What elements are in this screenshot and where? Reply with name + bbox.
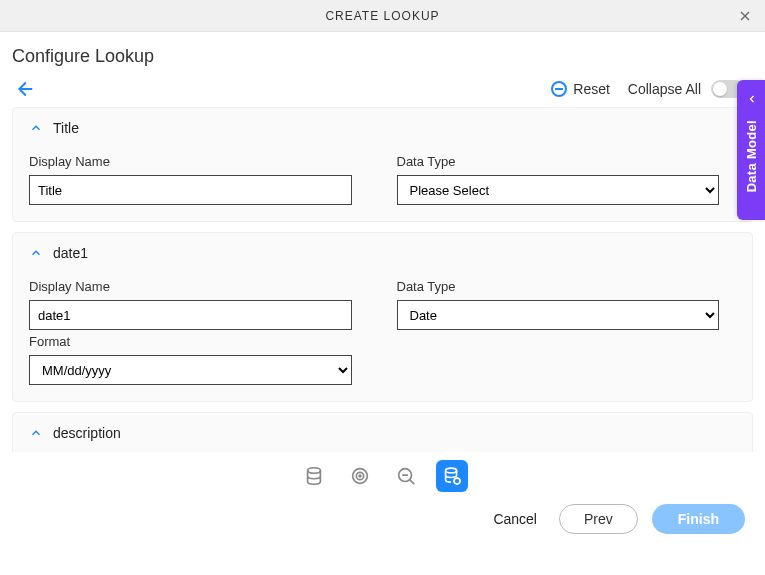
dialog-topbar: CREATE LOOKUP bbox=[0, 0, 765, 32]
panel-description: description Display Name Data Type bbox=[12, 412, 753, 452]
wizard-step-bar bbox=[0, 456, 765, 496]
panel-title-label: Title bbox=[53, 120, 79, 136]
chevron-up-icon[interactable] bbox=[29, 121, 43, 135]
data-type-select[interactable]: Please Select bbox=[397, 175, 720, 205]
close-icon[interactable] bbox=[735, 6, 755, 26]
svg-point-0 bbox=[307, 468, 320, 474]
data-model-side-tab[interactable]: Data Model bbox=[737, 80, 765, 220]
cancel-button[interactable]: Cancel bbox=[485, 505, 545, 533]
reset-label: Reset bbox=[573, 81, 610, 97]
svg-point-6 bbox=[454, 478, 460, 484]
page-title: Configure Lookup bbox=[12, 46, 753, 67]
back-button[interactable] bbox=[12, 77, 36, 101]
chevron-up-icon[interactable] bbox=[29, 246, 43, 260]
step-datasource-icon[interactable] bbox=[298, 460, 330, 492]
svg-point-3 bbox=[359, 475, 361, 477]
reset-icon bbox=[551, 81, 567, 97]
panels-scroll-area[interactable]: Title Display Name Data Type Please Sele… bbox=[0, 107, 765, 452]
reset-button[interactable]: Reset bbox=[551, 81, 610, 97]
data-type-label: Data Type bbox=[397, 279, 737, 294]
panel-title-label: date1 bbox=[53, 245, 88, 261]
panel-title-label: description bbox=[53, 425, 121, 441]
dialog-footer: Cancel Prev Finish bbox=[0, 496, 765, 542]
panel-title: Title Display Name Data Type Please Sele… bbox=[12, 107, 753, 222]
side-tab-label: Data Model bbox=[744, 120, 759, 192]
data-type-select[interactable]: Date bbox=[397, 300, 720, 330]
toggle-knob bbox=[713, 82, 727, 96]
chevron-left-icon bbox=[742, 93, 760, 105]
panel-date1: date1 Display Name Data Type Date Format… bbox=[12, 232, 753, 402]
display-name-input[interactable] bbox=[29, 300, 352, 330]
step-target-icon[interactable] bbox=[344, 460, 376, 492]
step-configure-icon[interactable] bbox=[436, 460, 468, 492]
chevron-up-icon[interactable] bbox=[29, 426, 43, 440]
svg-point-5 bbox=[445, 468, 456, 473]
prev-button[interactable]: Prev bbox=[559, 504, 638, 534]
format-select[interactable]: MM/dd/yyyy bbox=[29, 355, 352, 385]
display-name-input[interactable] bbox=[29, 175, 352, 205]
collapse-all-label: Collapse All bbox=[628, 81, 701, 97]
display-name-label: Display Name bbox=[29, 279, 369, 294]
display-name-label: Display Name bbox=[29, 154, 369, 169]
finish-button[interactable]: Finish bbox=[652, 504, 745, 534]
step-search-icon[interactable] bbox=[390, 460, 422, 492]
format-label: Format bbox=[29, 334, 369, 349]
dialog-title: CREATE LOOKUP bbox=[325, 9, 439, 23]
data-type-label: Data Type bbox=[397, 154, 737, 169]
